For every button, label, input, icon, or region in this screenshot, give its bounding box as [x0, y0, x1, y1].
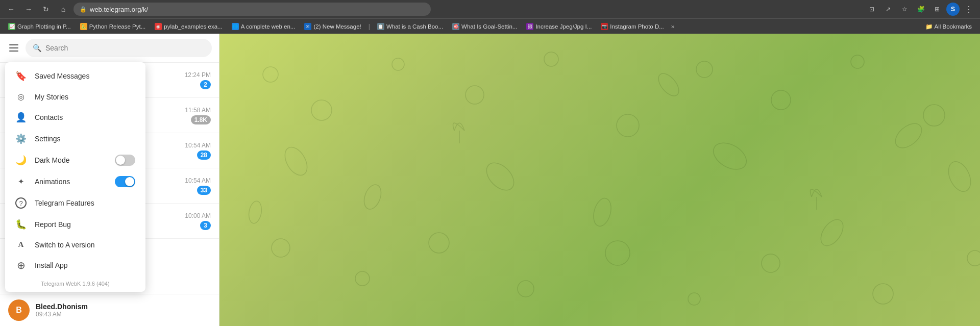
extension-button[interactable]: 🧩: [914, 2, 928, 16]
bookmark-favicon: ✉: [304, 23, 311, 30]
bookmark-icon: 🔖: [15, 70, 27, 82]
bug-icon: 🐛: [15, 219, 27, 230]
svg-point-24: [873, 284, 893, 304]
menu-label: Switch to A version: [35, 241, 135, 249]
menu-button[interactable]: ⋮: [962, 2, 976, 16]
home-button[interactable]: ⌂: [56, 2, 70, 16]
gear-icon: ⚙️: [15, 133, 27, 144]
bookmark-cash[interactable]: 📋 What is a Cash Boo...: [373, 22, 447, 31]
more-bookmarks[interactable]: »: [669, 23, 677, 30]
moon-icon: 🌙: [15, 155, 27, 166]
svg-point-27: [655, 70, 683, 99]
profile-row[interactable]: B Bleed.Dhonism 09:43 AM: [0, 294, 219, 326]
browser-chrome: ← → ↻ ⌂ 🔒 web.telegram.org/k/ ⊡ ↗ ☆ 🧩 ⊞ …: [0, 0, 980, 34]
bookmarks-bar: 📈 Graph Plotting in P... 🐍 Python Releas…: [0, 18, 980, 34]
menu-item-report-bug[interactable]: 🐛 Report Bug: [5, 214, 145, 235]
bookmark-label: Python Release Pyt...: [89, 23, 146, 30]
hamburger-button[interactable]: [7, 42, 20, 54]
bookmark-label: Instagram Photo D...: [610, 23, 664, 30]
menu-item-switch-version[interactable]: A Switch to A version: [5, 235, 145, 254]
dark-mode-toggle[interactable]: [115, 155, 135, 166]
svg-point-18: [355, 271, 370, 286]
svg-point-9: [923, 105, 945, 126]
forward-button[interactable]: →: [21, 2, 36, 16]
bookmark-star-button[interactable]: ☆: [897, 2, 912, 16]
bookmark-new-message[interactable]: ✉ (2) New Message!: [300, 22, 365, 31]
browser-actions: ⊡ ↗ ☆ 🧩 ⊞ S ⋮: [865, 2, 976, 16]
person-icon: 👤: [15, 112, 27, 123]
bookmark-graph[interactable]: 📈 Graph Plotting in P...: [4, 22, 75, 31]
menu-label: Report Bug: [35, 220, 135, 229]
main-content: [219, 34, 980, 326]
bookmark-favicon: 📋: [377, 23, 384, 30]
hamburger-icon: [9, 51, 18, 52]
svg-point-19: [429, 233, 449, 253]
menu-item-saved-messages[interactable]: 🔖 Saved Messages: [5, 65, 145, 87]
bookmark-label: What is a Cash Boo...: [386, 23, 443, 30]
all-bookmarks[interactable]: 📁 All Bookmarks: [921, 22, 976, 31]
bookmark-goal[interactable]: 🎯 What Is Goal-Settin...: [448, 22, 521, 31]
menu-item-install-app[interactable]: ⊕ Install App: [5, 254, 145, 277]
share-button[interactable]: ↗: [881, 2, 895, 16]
sidebar-header: 🔍: [0, 34, 219, 63]
bookmark-favicon: 🐍: [80, 23, 87, 30]
hamburger-icon: [9, 44, 18, 45]
url-text: web.telegram.org/k/: [90, 6, 148, 13]
svg-point-8: [851, 55, 864, 68]
back-button[interactable]: ←: [4, 2, 18, 16]
bookmark-python[interactable]: 🐍 Python Release Pyt...: [76, 22, 150, 31]
menu-item-my-stories[interactable]: ◎ My Stories: [5, 87, 145, 107]
svg-point-14: [709, 137, 751, 174]
bookmark-favicon: 🎯: [452, 23, 459, 30]
bookmark-favicon: 📈: [8, 23, 15, 30]
search-bar[interactable]: 🔍: [26, 39, 212, 57]
menu-item-settings[interactable]: ⚙️ Settings: [5, 128, 145, 149]
bookmark-pylab[interactable]: ◉ pylab_examples exa...: [151, 22, 226, 31]
menu-label: My Stories: [35, 93, 135, 101]
all-bookmarks-label: All Bookmarks: [935, 23, 972, 30]
svg-point-23: [762, 254, 780, 272]
profile-avatar: B: [8, 299, 30, 321]
stories-icon: ◎: [15, 92, 27, 102]
bookmark-label: What Is Goal-Settin...: [461, 23, 517, 30]
menu-item-contacts[interactable]: 👤 Contacts: [5, 107, 145, 128]
question-icon: ?: [15, 197, 27, 209]
menu-item-telegram-features[interactable]: ? Telegram Features: [5, 192, 145, 214]
bookmark-favicon: 🌐: [232, 23, 239, 30]
chat-time: 11:58 AM: [185, 107, 211, 114]
bookmarks-folder-icon: 📁: [925, 23, 933, 30]
browser-toolbar: ← → ↻ ⌂ 🔒 web.telegram.org/k/ ⊡ ↗ ☆ 🧩 ⊞ …: [0, 0, 980, 18]
menu-label: Saved Messages: [35, 72, 135, 80]
puzzle-button[interactable]: ⊞: [930, 2, 944, 16]
animations-icon: ✦: [15, 177, 27, 186]
unread-badge: 2: [200, 80, 211, 89]
svg-point-2: [392, 58, 404, 70]
cast-button[interactable]: ⊡: [865, 2, 879, 16]
refresh-button[interactable]: ↻: [39, 2, 53, 16]
svg-point-5: [617, 114, 639, 137]
address-bar[interactable]: 🔒 web.telegram.org/k/: [74, 3, 431, 16]
bookmark-label: (2) New Message!: [313, 23, 361, 30]
bookmark-instagram[interactable]: 📷 Instagram Photo D...: [597, 22, 668, 31]
bookmark-label: Graph Plotting in P...: [17, 23, 71, 30]
animations-toggle[interactable]: [115, 176, 135, 187]
profile-button[interactable]: S: [946, 3, 960, 16]
version-icon: A: [15, 240, 27, 249]
menu-label: Dark Mode: [35, 156, 107, 164]
chat-time: 10:00 AM: [185, 212, 211, 219]
bookmark-web[interactable]: 🌐 A complete web en...: [228, 22, 300, 31]
bookmark-label: Increase Jpeg/Jpg I...: [535, 23, 592, 30]
menu-label: Contacts: [35, 113, 135, 121]
toggle-thumb: [125, 177, 134, 186]
menu-item-dark-mode[interactable]: 🌙 Dark Mode: [5, 149, 145, 171]
bookmark-jpeg[interactable]: 🖼 Increase Jpeg/Jpg I...: [522, 22, 596, 31]
menu-item-animations[interactable]: ✦ Animations: [5, 171, 145, 192]
chat-time: 12:24 PM: [185, 71, 211, 79]
svg-point-1: [311, 100, 332, 120]
svg-point-26: [247, 200, 263, 224]
toggle-thumb: [116, 156, 125, 165]
sidebar: 🔍 T ... 12:24 PM d to versio... 2: [0, 34, 219, 326]
lock-icon: 🔒: [80, 6, 87, 13]
svg-point-28: [891, 119, 926, 153]
search-input[interactable]: [45, 44, 205, 52]
